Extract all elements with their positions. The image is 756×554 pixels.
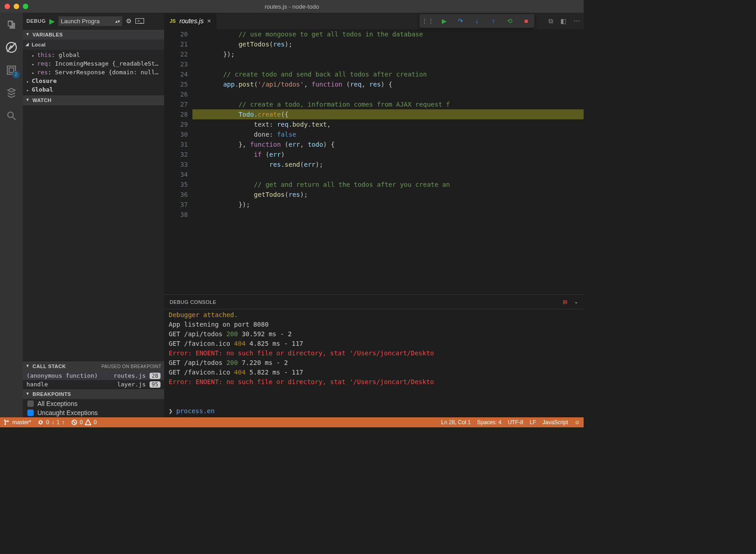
- variable-row[interactable]: ▸req: IncomingMessage {_readableSt…: [23, 59, 164, 68]
- warning-count: 0: [93, 419, 97, 426]
- editor-actions: ⧉ ◧ ⋯: [549, 17, 580, 25]
- search-icon[interactable]: [5, 109, 18, 122]
- watch-section-header[interactable]: ▼WATCH: [23, 95, 164, 105]
- clear-console-icon[interactable]: ▤: [563, 299, 568, 305]
- status-bar: master* 0↓ 1↑ 0 0 Ln 28, Col 1 Spaces: 4…: [0, 417, 584, 427]
- step-out-icon[interactable]: ↑: [490, 17, 497, 25]
- scm-icon[interactable]: 2: [5, 64, 18, 77]
- stack-file: routes.js: [114, 372, 145, 379]
- sync-up: 1: [57, 419, 60, 426]
- debug-config-select[interactable]: Launch Progra▴▾: [58, 16, 122, 26]
- variables-global-header[interactable]: ▸Global: [23, 85, 164, 94]
- extensions-icon[interactable]: [5, 87, 18, 99]
- language-text: JavaScript: [543, 419, 568, 426]
- svg-line-5: [13, 117, 16, 120]
- variables-local-header[interactable]: ◢Local: [23, 40, 164, 50]
- code-editor[interactable]: 20212223242526272829303132333435363738 /…: [164, 29, 584, 294]
- repl-input-text[interactable]: process.en: [176, 407, 214, 415]
- cursor-position[interactable]: Ln 28, Col 1: [441, 419, 471, 426]
- variables-title: VARIABLES: [32, 32, 62, 37]
- find-in-selection-icon[interactable]: ⧉: [549, 17, 553, 25]
- start-debug-button[interactable]: ▶: [49, 17, 55, 26]
- var-name: res: [37, 69, 47, 76]
- window-title: routes.js - node-todo: [0, 3, 584, 10]
- variables-local-tree: ▸this: global ▸req: IncomingMessage {_re…: [23, 50, 164, 95]
- breakpoint-item[interactable]: Uncaught Exceptions: [23, 408, 164, 417]
- more-actions-icon[interactable]: ⋯: [574, 17, 580, 25]
- restart-icon[interactable]: ⟲: [506, 17, 513, 25]
- continue-icon[interactable]: ▶: [440, 17, 448, 25]
- js-file-icon: JS: [170, 18, 176, 24]
- svg-line-1: [7, 43, 16, 52]
- variables-section-header[interactable]: ▼VARIABLES: [23, 30, 164, 40]
- variables-closure-header[interactable]: ▸Closure: [23, 77, 164, 85]
- activity-bar: 2: [0, 13, 23, 417]
- callstack-section-header[interactable]: ▼CALL STACKPAUSED ON BREAKPOINT: [23, 361, 164, 371]
- encoding-button[interactable]: UTF-8: [508, 419, 523, 426]
- drag-handle-icon[interactable]: ⋮⋮: [424, 17, 431, 25]
- title-bar: routes.js - node-todo: [0, 0, 584, 13]
- callstack-status: PAUSED ON BREAKPOINT: [102, 364, 161, 369]
- breakpoints-title: BREAKPOINTS: [32, 391, 71, 397]
- debug-sidebar: DEBUG ▶ Launch Progra▴▾ ⚙ >_ ▼VARIABLES …: [23, 13, 164, 417]
- step-into-icon[interactable]: ↓: [473, 17, 481, 25]
- problems-button[interactable]: 0 0: [71, 419, 97, 426]
- svg-point-4: [8, 112, 13, 118]
- global-label: Global: [31, 86, 53, 93]
- tab-label: routes.js: [179, 17, 203, 25]
- prompt-icon: ❯: [169, 407, 172, 415]
- stack-fn: handle: [26, 381, 114, 388]
- chevron-updown-icon: ▴▾: [115, 19, 120, 24]
- debug-config-label: Launch Progra: [61, 18, 99, 25]
- callstack-item[interactable]: handle layer.js 95: [23, 380, 164, 389]
- panel-title: DEBUG CONSOLE: [170, 299, 216, 305]
- language-mode-button[interactable]: JavaScript: [543, 419, 568, 426]
- editor-tabs: JS routes.js × ⋮⋮ ▶ ↷ ↓ ↑ ⟲ ■ ⧉ ◧ ⋯: [164, 13, 584, 29]
- stack-fn: (anonymous function): [26, 372, 110, 379]
- stack-line: 95: [150, 381, 161, 388]
- variable-row[interactable]: ▸res: ServerResponse {domain: null…: [23, 68, 164, 77]
- gutter[interactable]: 20212223242526272829303132333435363738: [164, 29, 192, 294]
- breakpoint-item[interactable]: All Exceptions: [23, 399, 164, 408]
- cursor-pos-text: Ln 28, Col 1: [441, 419, 471, 426]
- breakpoint-label: All Exceptions: [37, 400, 78, 407]
- debug-title: DEBUG: [26, 18, 46, 24]
- checkbox-icon[interactable]: [27, 410, 34, 416]
- feedback-icon[interactable]: ☺: [575, 419, 580, 426]
- callstack-item[interactable]: (anonymous function) routes.js 28: [23, 371, 164, 380]
- eol-text: LF: [530, 419, 536, 426]
- breakpoint-label: Uncaught Exceptions: [37, 409, 98, 416]
- debug-console-input[interactable]: ❯ process.en: [164, 406, 584, 417]
- tab-routes-js[interactable]: JS routes.js ×: [164, 13, 217, 29]
- step-over-icon[interactable]: ↷: [457, 17, 464, 25]
- breakpoints-section-header[interactable]: ▼BREAKPOINTS: [23, 389, 164, 399]
- var-name: req: [37, 60, 47, 67]
- debug-icon[interactable]: [5, 41, 18, 54]
- explorer-icon[interactable]: [5, 18, 18, 31]
- scm-badge: 2: [12, 71, 20, 78]
- callstack-title: CALL STACK: [32, 364, 66, 369]
- split-editor-icon[interactable]: ◧: [560, 17, 566, 25]
- gear-icon[interactable]: ⚙: [126, 17, 132, 25]
- debug-header: DEBUG ▶ Launch Progra▴▾ ⚙ >_: [23, 13, 164, 29]
- branch-name: master*: [12, 419, 31, 426]
- debug-toolbar[interactable]: ⋮⋮ ▶ ↷ ↓ ↑ ⟲ ■: [419, 14, 534, 28]
- close-tab-icon[interactable]: ×: [207, 17, 211, 25]
- checkbox-icon[interactable]: [27, 400, 34, 407]
- indentation-button[interactable]: Spaces: 4: [477, 419, 501, 426]
- svg-line-7: [73, 421, 75, 423]
- var-value: IncomingMessage {_readableSt…: [55, 60, 159, 67]
- debug-console-toggle-icon[interactable]: >_: [135, 18, 144, 24]
- var-name: this: [37, 51, 51, 58]
- watch-title: WATCH: [32, 97, 52, 103]
- debug-console-output[interactable]: Debugger attached.App listening on port …: [164, 309, 584, 406]
- closure-label: Closure: [31, 77, 57, 84]
- panel-chevron-icon[interactable]: ⌄: [574, 299, 579, 305]
- sync-button[interactable]: 0↓ 1↑: [37, 419, 64, 426]
- git-branch-button[interactable]: master*: [4, 419, 31, 426]
- eol-button[interactable]: LF: [530, 419, 536, 426]
- variable-row[interactable]: ▸this: global: [23, 51, 164, 59]
- var-value: ServerResponse {domain: null…: [55, 69, 159, 76]
- stop-icon[interactable]: ■: [523, 17, 530, 25]
- code-lines[interactable]: // use mongoose to get all todos in the …: [192, 29, 584, 294]
